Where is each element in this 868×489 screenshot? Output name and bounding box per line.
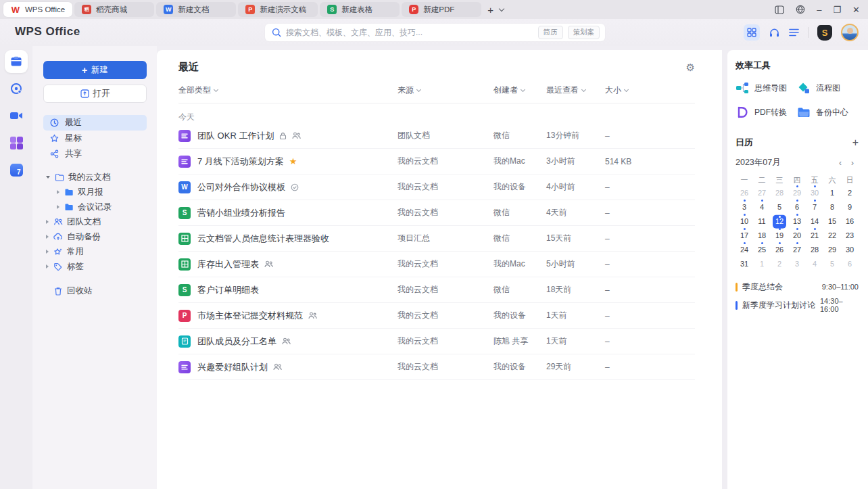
calendar-day[interactable]: 11: [753, 214, 771, 228]
calendar-day[interactable]: 10: [736, 214, 753, 228]
collapse-arrow-icon[interactable]: [57, 190, 59, 194]
filter-creator[interactable]: 创建者: [493, 85, 546, 96]
rail-apps-button[interactable]: [5, 131, 28, 154]
new-tab-button[interactable]: +: [487, 5, 493, 15]
calendar-day[interactable]: 5: [823, 256, 841, 271]
apps-grid-button[interactable]: [744, 24, 760, 41]
collapse-arrow-icon[interactable]: [46, 220, 49, 224]
minimize-button[interactable]: –: [817, 5, 821, 14]
tree-item-trash[interactable]: 回收站: [43, 283, 147, 298]
tree-item-auto-backup[interactable]: 自动备份: [43, 229, 147, 244]
tree-item-my-cloud-docs[interactable]: 我的云文档: [43, 170, 147, 185]
membership-shield-icon[interactable]: S: [817, 25, 832, 41]
calendar-day[interactable]: 13: [788, 214, 806, 228]
tool-backup-center[interactable]: 备份中心: [797, 106, 859, 119]
calendar-day[interactable]: 29: [823, 242, 841, 256]
close-button[interactable]: ✕: [852, 5, 860, 14]
doc-row[interactable]: W公司对外合作协议模板我的云文档我的设备4小时前–: [178, 174, 695, 200]
search-tag-plan[interactable]: 策划案: [568, 26, 600, 39]
calendar-day[interactable]: 22: [823, 228, 841, 242]
calendar-event[interactable]: 季度总结会 9:30–11:00: [736, 280, 859, 294]
calendar-day[interactable]: 19: [771, 228, 788, 242]
rail-clock-button[interactable]: [5, 77, 28, 100]
calendar-day[interactable]: 30: [806, 185, 823, 200]
tab-new-presentation[interactable]: P 新建演示文稿: [238, 2, 318, 17]
doc-row[interactable]: S营销小组业绩分析报告我的云文档微信4天前–: [178, 200, 695, 226]
doc-row[interactable]: S客户订单明细表我的云文档微信18天前–: [178, 277, 695, 303]
calendar-day[interactable]: 14: [806, 214, 823, 228]
search-bar[interactable]: 简历 策划案: [265, 24, 605, 41]
tree-item-tags[interactable]: 标签: [43, 259, 147, 274]
calendar-day[interactable]: 12: [771, 214, 788, 228]
filter-recently-viewed[interactable]: 最近查看: [546, 85, 605, 96]
calendar-day[interactable]: 29: [788, 185, 806, 200]
calendar-day[interactable]: 4: [753, 200, 771, 214]
calendar-day[interactable]: 1: [753, 256, 771, 271]
calendar-day[interactable]: 25: [753, 242, 771, 256]
tab-home[interactable]: W WPS Office: [3, 2, 72, 17]
tab-new-pdf[interactable]: P 新建PDF: [402, 2, 481, 17]
search-tag-resume[interactable]: 简历: [538, 26, 563, 39]
tree-item-team-docs[interactable]: 团队文档: [43, 214, 147, 229]
collapse-arrow-icon[interactable]: [57, 205, 59, 209]
tool-flowchart[interactable]: 流程图: [797, 81, 859, 95]
expand-arrow-icon[interactable]: [46, 176, 50, 179]
calendar-day[interactable]: 21: [806, 228, 823, 242]
doc-row[interactable]: 团队 OKR 工作计划团队文档微信13分钟前–: [178, 123, 695, 149]
calendar-day[interactable]: 3: [788, 256, 806, 271]
menu-icon[interactable]: [789, 28, 799, 37]
doc-row[interactable]: 兴趣爱好组队计划我的云文档我的设备29天前–: [178, 354, 695, 380]
sidebar-item-shared[interactable]: 共享: [43, 146, 147, 162]
tree-item-meeting-notes[interactable]: 会议记录: [43, 200, 147, 214]
prev-month-icon[interactable]: ‹: [834, 158, 846, 168]
headset-support-icon[interactable]: [769, 27, 780, 38]
filter-size[interactable]: 大小: [605, 85, 695, 96]
calendar-day[interactable]: 28: [806, 242, 823, 256]
calendar-day[interactable]: 16: [841, 214, 859, 228]
calendar-day[interactable]: 2: [841, 185, 859, 200]
tab-list-chevron-icon[interactable]: [499, 5, 504, 11]
calendar-day[interactable]: 24: [736, 242, 753, 256]
avatar[interactable]: [841, 24, 859, 41]
gear-icon[interactable]: ⚙: [686, 62, 695, 72]
doc-row[interactable]: 7 月线下活动策划方案★我的云文档我的Mac3小时前514 KB: [178, 149, 695, 174]
calendar-day[interactable]: 1: [823, 185, 841, 200]
calendar-day[interactable]: 5: [771, 200, 788, 214]
calendar-day[interactable]: 15: [823, 214, 841, 228]
maximize-button[interactable]: ❐: [833, 5, 841, 14]
calendar-day[interactable]: 2: [771, 256, 788, 271]
filter-source[interactable]: 来源: [397, 85, 493, 96]
calendar-day[interactable]: 20: [788, 228, 806, 242]
doc-row[interactable]: 云文档管人员信息统计表理器验收项目汇总微信15天前–: [178, 226, 695, 252]
calendar-day[interactable]: 26: [736, 185, 753, 200]
doc-row[interactable]: 库存出入管理表我的云文档我的Mac5小时前–: [178, 252, 695, 277]
tree-item-bimonthly-report[interactable]: 双月报: [43, 185, 147, 200]
side-panel-icon[interactable]: [775, 5, 784, 14]
rail-meeting-button[interactable]: [5, 104, 28, 127]
new-button[interactable]: + 新建: [43, 61, 147, 79]
calendar-day[interactable]: 6: [788, 200, 806, 214]
calendar-day[interactable]: 18: [753, 228, 771, 242]
rail-calendar-button[interactable]: 7: [5, 158, 28, 181]
calendar-day[interactable]: 7: [806, 200, 823, 214]
calendar-day[interactable]: 31: [736, 256, 753, 271]
calendar-day[interactable]: 28: [771, 185, 788, 200]
collapse-arrow-icon[interactable]: [46, 235, 49, 239]
add-event-button[interactable]: +: [852, 137, 859, 148]
collapse-arrow-icon[interactable]: [46, 264, 49, 269]
tool-mindmap[interactable]: 思维导图: [736, 81, 797, 95]
tab-new-sheet[interactable]: S 新建表格: [320, 2, 400, 17]
doc-row[interactable]: 团队成员及分工名单我的云文档陈旭 共享1天前–: [178, 329, 695, 354]
tab-new-document[interactable]: W 新建文档: [156, 2, 236, 17]
sidebar-item-starred[interactable]: 星标: [43, 131, 147, 146]
calendar-day[interactable]: 27: [753, 185, 771, 200]
calendar-day[interactable]: 23: [841, 228, 859, 242]
tree-item-frequent[interactable]: 常用: [43, 244, 147, 259]
calendar-day[interactable]: 27: [788, 242, 806, 256]
filter-all-types[interactable]: 全部类型: [178, 85, 397, 96]
next-month-icon[interactable]: ›: [846, 158, 859, 168]
calendar-event[interactable]: 新季度学习计划讨论 14:30–16:00: [736, 298, 859, 312]
sidebar-item-recent[interactable]: 最近: [43, 115, 147, 131]
tool-pdf-convert[interactable]: PDF转换: [736, 106, 797, 119]
tab-docer-store[interactable]: 稻 稻壳商城: [74, 2, 154, 17]
